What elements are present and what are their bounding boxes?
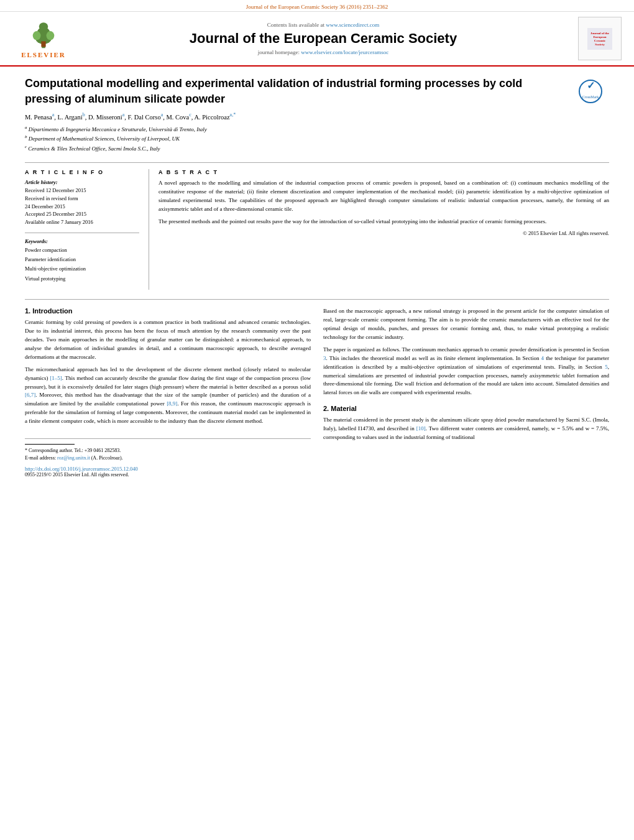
elsevier-logo: ELSEVIER (12, 19, 75, 58)
right-col-text: Based on the macroscopic approach, a new… (323, 307, 609, 397)
abstract-paragraph-1: A novel approach to the modelling and si… (158, 179, 609, 214)
crossmark-icon: ✓ CrossMark (578, 79, 603, 104)
intro-heading: 1. Introduction (25, 307, 311, 315)
header-center: Contents lists available at www.scienced… (75, 22, 572, 55)
keyword-2: Parameter identification (25, 255, 139, 264)
col-left: 1. Introduction Ceramic forming by cold … (25, 307, 311, 478)
abstract-paragraph-2: The presented methods and the pointed ou… (158, 218, 609, 226)
footnote-text: * Corresponding author. Tel.: +39 0461 2… (25, 447, 311, 462)
accepted-date: Accepted 25 December 2015 (25, 210, 139, 218)
sciencedirect-link[interactable]: www.sciencedirect.com (326, 22, 379, 28)
journal-title: Journal of the European Ceramic Society (75, 30, 572, 47)
journal-logo-icon: Journal of the European Ceramic Society (587, 28, 612, 50)
article-history: Article history: Received 12 December 20… (25, 179, 139, 226)
header-section: ELSEVIER Contents lists available at www… (0, 12, 634, 67)
journal-citation-bar: Journal of the European Ceramic Society … (0, 0, 634, 12)
article-title-text: Computational modelling and experimental… (25, 76, 569, 153)
ref-sec5[interactable]: 5 (605, 364, 608, 370)
journal-logo-right: Journal of the European Ceramic Society (572, 17, 622, 60)
keyword-4: Virtual prototyping (25, 274, 139, 284)
footer-doi: http://dx.doi.org/10.1016/j.jeurceramsoc… (25, 466, 311, 472)
journal-citation: Journal of the European Ceramic Society … (246, 4, 388, 10)
two-column-body: 1. Introduction Ceramic forming by cold … (25, 299, 609, 478)
email-link[interactable]: roz@ing.unitn.it (57, 455, 90, 461)
footnote-email: E-mail address: roz@ing.unitn.it (A. Pic… (25, 455, 311, 462)
ref-sec4[interactable]: 4 (541, 355, 544, 361)
keyword-3: Multi-objective optimization (25, 264, 139, 274)
keywords-label: Keywords: (25, 238, 139, 244)
available-date: Available online 7 January 2016 (25, 218, 139, 226)
received-date: Received 12 December 2015 (25, 187, 139, 195)
elsevier-tree-icon (25, 19, 62, 50)
ref-8-9[interactable]: [8,9] (167, 400, 177, 407)
svg-text:European: European (593, 35, 606, 39)
footnote-star-line: * Corresponding author. Tel.: +39 0461 2… (25, 447, 311, 455)
affiliation-b: b Department of Mathematical Sciences, U… (25, 134, 569, 143)
ref-10[interactable]: [10] (416, 425, 426, 432)
affiliation-c: c Ceramics & Tiles Technical Office, Sac… (25, 144, 569, 153)
footnote-divider (25, 444, 75, 445)
right-paragraph-2: The paper is organized as follows. The c… (323, 346, 609, 398)
keywords-list: Powder compaction Parameter identificati… (25, 246, 139, 284)
email-label: E-mail address: (25, 455, 56, 461)
email-name: (A. Piccolroaz). (91, 455, 123, 461)
received-revised-label: Received in revised form (25, 195, 139, 203)
intro-paragraph-1: Ceramic forming by cold pressing of powd… (25, 318, 311, 362)
abstract-copyright: © 2015 Elsevier Ltd. All rights reserved… (158, 230, 609, 236)
abstract-title: A B S T R A C T (158, 169, 609, 175)
affiliations: a Dipartimento di Ingegneria Meccanica e… (25, 124, 569, 153)
article-title: Computational modelling and experimental… (25, 76, 569, 107)
authors-line: M. Penasaa, L. Arganib, D. Misseronia, F… (25, 112, 569, 121)
info-divider (25, 233, 139, 233)
footer-issn: 0955-2219/© 2015 Elsevier Ltd. All right… (25, 472, 311, 478)
article-body: A R T I C L E I N F O Article history: R… (25, 162, 609, 290)
article-title-section: Computational modelling and experimental… (25, 76, 609, 153)
material-text: The material considered in the present s… (323, 416, 609, 442)
right-paragraph-1: Based on the macroscopic approach, a new… (323, 307, 609, 342)
material-paragraph: The material considered in the present s… (323, 416, 609, 442)
col-right: Based on the macroscopic approach, a new… (323, 307, 609, 478)
abstract-text: A novel approach to the modelling and si… (158, 179, 609, 226)
article-info: A R T I C L E I N F O Article history: R… (25, 169, 149, 290)
svg-text:Journal of the: Journal of the (590, 32, 610, 35)
footer-section: * Corresponding author. Tel.: +39 0461 2… (25, 438, 311, 478)
svg-rect-6 (41, 41, 45, 47)
svg-text:Society: Society (595, 43, 605, 46)
doi-link[interactable]: http://dx.doi.org/10.1016/j.jeurceramsoc… (25, 466, 138, 472)
ref-sec3[interactable]: 3 (323, 355, 326, 361)
svg-point-4 (33, 31, 41, 40)
received-revised-date: 24 December 2015 (25, 203, 139, 211)
history-label: Article history: (25, 179, 139, 185)
svg-text:CrossMark: CrossMark (582, 95, 599, 99)
main-content: Computational modelling and experimental… (0, 67, 634, 487)
svg-text:✓: ✓ (587, 80, 595, 91)
ref-6-7[interactable]: [6,7] (25, 392, 35, 398)
intro-paragraph-2: The micromechanical approach has led to … (25, 366, 311, 427)
homepage-link: journal homepage: www.elsevier.com/locat… (75, 49, 572, 55)
page: Journal of the European Ceramic Society … (0, 0, 634, 487)
abstract-section: A B S T R A C T A novel approach to the … (149, 169, 609, 290)
svg-point-3 (39, 22, 48, 30)
material-heading: 2. Material (323, 405, 609, 412)
journal-homepage-link[interactable]: www.elsevier.com/locate/jeurceramsoc (301, 49, 388, 55)
svg-point-5 (47, 31, 55, 40)
keywords-section: Keywords: Powder compaction Parameter id… (25, 238, 139, 284)
affiliation-a: a Dipartimento di Ingegneria Meccanica e… (25, 124, 569, 134)
keyword-1: Powder compaction (25, 246, 139, 255)
journal-logo-box: Journal of the European Ceramic Society (578, 17, 622, 60)
ref-1-5[interactable]: [1–5] (50, 375, 62, 381)
crossmark-logo: ✓ CrossMark (578, 79, 609, 153)
contents-link: Contents lists available at www.scienced… (75, 22, 572, 28)
svg-text:Ceramic: Ceramic (594, 39, 606, 42)
intro-text: Ceramic forming by cold pressing of powd… (25, 318, 311, 426)
article-info-title: A R T I C L E I N F O (25, 169, 139, 175)
elsevier-brand-text: ELSEVIER (21, 51, 66, 58)
